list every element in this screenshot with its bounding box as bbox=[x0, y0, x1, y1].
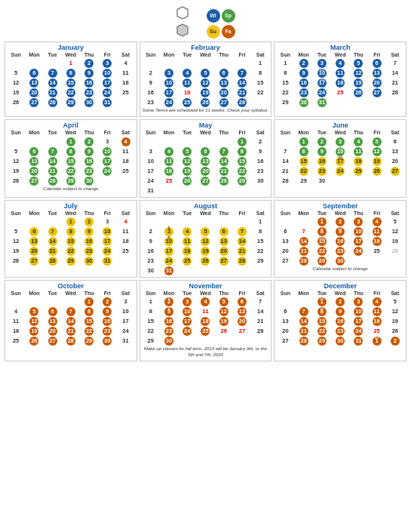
day-cell: 69 bbox=[160, 306, 178, 316]
day-cell bbox=[251, 336, 269, 346]
day-cell: 31 bbox=[116, 336, 134, 346]
day-cell: 22 bbox=[80, 326, 98, 336]
day-cell: 30 bbox=[80, 256, 98, 266]
day-cell: 18 bbox=[368, 236, 386, 246]
week-row: 16171819202122 bbox=[142, 246, 270, 256]
day-cell: 27 bbox=[25, 97, 43, 107]
day-cell bbox=[160, 58, 178, 68]
month-title: March bbox=[276, 44, 404, 51]
day-header-fri: Fri bbox=[368, 130, 386, 136]
day-cell: 24 bbox=[313, 88, 331, 97]
day-header-sun: Sun bbox=[142, 130, 160, 136]
day-cell bbox=[349, 97, 367, 107]
day-cell: 12 bbox=[196, 78, 214, 88]
day-cell: 21 bbox=[43, 88, 61, 97]
day-cell: 11 bbox=[116, 226, 134, 236]
day-cell bbox=[215, 58, 233, 68]
day-cell: 23 bbox=[98, 326, 116, 336]
day-header-tue: Tue bbox=[43, 52, 61, 58]
week-row: 13141516171819 bbox=[276, 316, 404, 326]
day-header-tue: Tue bbox=[178, 130, 196, 136]
week-row: 262728293031 bbox=[7, 256, 135, 266]
day-header-thu: Thu bbox=[80, 52, 98, 58]
day-cell: 109 bbox=[331, 226, 349, 236]
day-cell: 15 bbox=[313, 316, 331, 326]
day-cell bbox=[196, 266, 214, 275]
day-header-wed: Wed bbox=[331, 52, 349, 58]
week-row: 1234567 bbox=[276, 58, 404, 68]
week-row: 10111213141516 bbox=[142, 156, 270, 166]
day-cell: 25 bbox=[349, 166, 367, 176]
month-note: Calendar subject to change bbox=[276, 266, 404, 273]
day-cell: 1 bbox=[251, 217, 269, 226]
day-cell: 4 bbox=[116, 58, 134, 68]
day-cell: 14 bbox=[295, 316, 313, 326]
day-cell: 17 bbox=[160, 88, 178, 97]
day-cell: 2 bbox=[386, 336, 404, 346]
day-cell: 10 bbox=[178, 306, 196, 316]
day-cell: 15 bbox=[62, 236, 80, 246]
month-august: AugustSunMonTueWedThuFriSat 125345678951… bbox=[140, 200, 272, 278]
day-cell: 4 bbox=[178, 226, 196, 236]
day-cell: 14 bbox=[233, 236, 251, 246]
day-cell: 10 bbox=[98, 68, 116, 78]
day-cell: 27 bbox=[215, 97, 233, 107]
week-row: 19202122232425 bbox=[7, 166, 135, 176]
day-cell bbox=[7, 217, 25, 226]
day-cell: 11 bbox=[178, 236, 196, 246]
day-cell: 11 bbox=[349, 146, 367, 156]
week-row: 1314101516171819 bbox=[276, 236, 404, 246]
day-header-tue: Tue bbox=[178, 291, 196, 297]
month-title: April bbox=[7, 121, 135, 129]
day-cell: 3 bbox=[98, 217, 116, 226]
day-cell: 17 bbox=[116, 316, 134, 326]
day-cell: 5 bbox=[386, 297, 404, 306]
day-cell: 30 bbox=[160, 336, 178, 346]
day-cell: 6 bbox=[276, 306, 294, 316]
day-header-fri: Fri bbox=[368, 291, 386, 297]
day-cell: 19 bbox=[349, 78, 367, 88]
month-note: Some Terms are scheduled for 11 weeks. C… bbox=[142, 107, 270, 115]
day-header-mon: Mon bbox=[25, 211, 43, 217]
day-cell bbox=[25, 297, 43, 306]
day-header-sat: Sat bbox=[251, 291, 269, 297]
month-title: August bbox=[142, 202, 270, 210]
day-cell: 21 bbox=[233, 246, 251, 256]
day-cell: 19 bbox=[7, 166, 25, 176]
day-cell: 6 bbox=[276, 226, 294, 236]
day-cell: 1017 bbox=[313, 78, 331, 88]
week-row: 27282930311012 bbox=[276, 336, 404, 346]
day-cell: 30 bbox=[80, 97, 98, 107]
legend-tue-thu bbox=[176, 6, 192, 21]
day-cell: 20 bbox=[368, 78, 386, 88]
day-cell: 7 bbox=[251, 297, 269, 306]
day-cell: 22 bbox=[313, 246, 331, 256]
week-row: 27282930 bbox=[276, 256, 404, 266]
day-cell: 9 bbox=[251, 146, 269, 156]
svg-marker-1 bbox=[177, 24, 188, 36]
day-cell: 12 bbox=[7, 156, 25, 166]
day-cell: 8 bbox=[295, 146, 313, 156]
day-cell: 28 bbox=[295, 336, 313, 346]
month-title: December bbox=[276, 282, 404, 290]
day-cell: 26 bbox=[7, 97, 25, 107]
day-cell: 18 bbox=[196, 316, 214, 326]
week-row: 9101112131415 bbox=[142, 78, 270, 88]
day-cell: 27 bbox=[276, 256, 294, 266]
day-cell: 14 bbox=[386, 68, 404, 78]
day-cell: 25 bbox=[331, 88, 349, 97]
day-cell: 12 bbox=[7, 78, 25, 88]
day-cell: 29 bbox=[62, 97, 80, 107]
day-cell bbox=[233, 186, 251, 195]
day-cell: 16 bbox=[98, 316, 116, 326]
day-cell: 21 bbox=[276, 166, 294, 176]
day-cell: 5 bbox=[386, 217, 404, 226]
day-cell: 16 bbox=[331, 236, 349, 246]
day-cell: 3 bbox=[98, 58, 116, 68]
day-cell: 21 bbox=[43, 166, 61, 176]
day-cell bbox=[116, 97, 134, 107]
day-cell: 17 bbox=[178, 316, 196, 326]
day-cell: 15 bbox=[251, 236, 269, 246]
month-september: SeptemberSunMonTueWedThuFriSat 212345672… bbox=[274, 200, 406, 278]
day-cell: 17 bbox=[98, 236, 116, 246]
